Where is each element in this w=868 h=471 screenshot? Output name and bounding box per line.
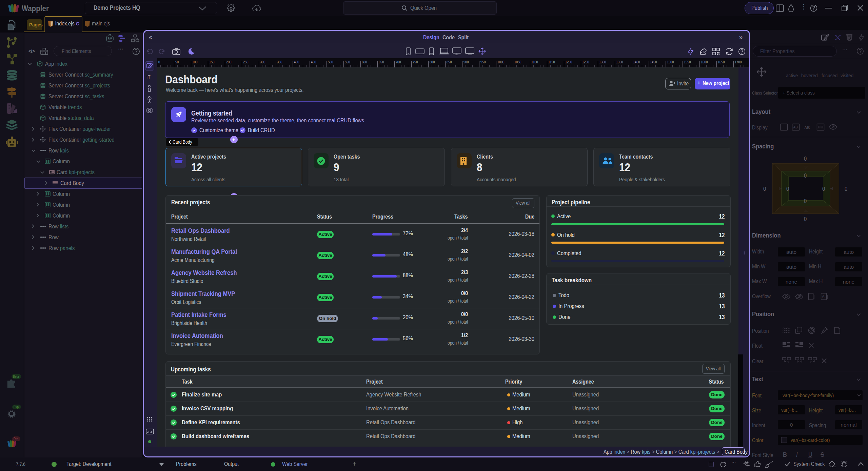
svg-text:A: A — [822, 294, 825, 299]
svg-text:AB: AB — [793, 125, 798, 129]
